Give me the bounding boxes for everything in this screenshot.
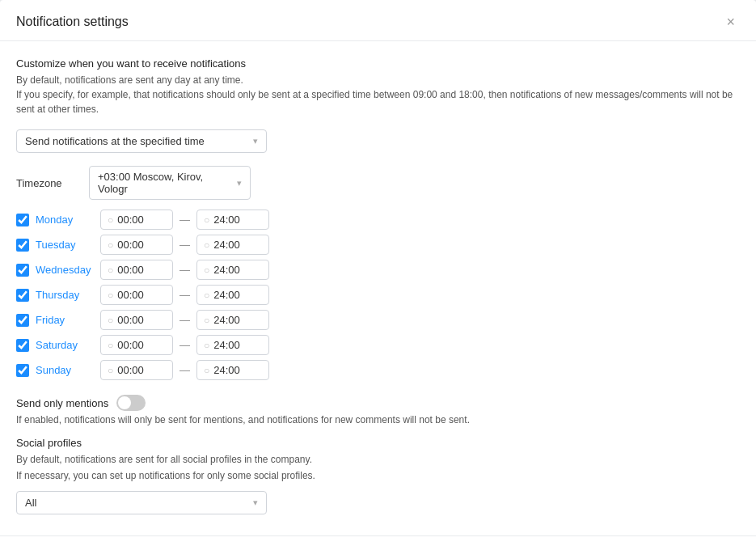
description-line1: By default, notifications are sent any d… bbox=[16, 73, 740, 87]
day-checkbox-sunday[interactable] bbox=[16, 364, 29, 377]
start-time-monday[interactable] bbox=[117, 214, 158, 226]
time-dash: — bbox=[176, 314, 193, 326]
time-dash: — bbox=[176, 239, 193, 251]
description-title: Customize when you want to receive notif… bbox=[16, 57, 740, 70]
day-row: Friday○—○ bbox=[16, 310, 740, 330]
day-label-monday: Monday bbox=[36, 214, 94, 226]
time-range: ○—○ bbox=[100, 360, 269, 380]
end-time-friday[interactable] bbox=[213, 314, 254, 326]
time-range: ○—○ bbox=[100, 235, 269, 255]
notify-mode-dropdown[interactable]: Send notifications at the specified time… bbox=[16, 129, 267, 153]
start-time-thursday[interactable] bbox=[117, 289, 158, 301]
time-range: ○—○ bbox=[100, 335, 269, 355]
chevron-down-icon: ▾ bbox=[253, 136, 258, 146]
modal-title: Notification settings bbox=[16, 15, 129, 29]
start-time-friday[interactable] bbox=[117, 314, 158, 326]
time-range: ○—○ bbox=[100, 260, 269, 280]
day-label-saturday: Saturday bbox=[36, 339, 94, 351]
clock-icon: ○ bbox=[204, 365, 209, 376]
start-time-saturday[interactable] bbox=[117, 339, 158, 351]
timezone-value: +03:00 Moscow, Kirov, Vologr bbox=[98, 171, 230, 195]
description-block: Customize when you want to receive notif… bbox=[16, 57, 740, 116]
end-time-sunday[interactable] bbox=[213, 364, 254, 376]
clock-icon: ○ bbox=[204, 340, 209, 351]
day-row: Wednesday○—○ bbox=[16, 260, 740, 280]
social-chevron-icon: ▾ bbox=[253, 497, 258, 508]
time-range: ○—○ bbox=[100, 285, 269, 305]
end-time-wednesday[interactable] bbox=[213, 264, 254, 276]
start-time-wednesday[interactable] bbox=[117, 264, 158, 276]
start-time-tuesday[interactable] bbox=[117, 239, 158, 251]
day-label-wednesday: Wednesday bbox=[36, 264, 94, 276]
end-time-thursday[interactable] bbox=[213, 289, 254, 301]
mentions-description: If enabled, notifications will only be s… bbox=[16, 414, 740, 425]
timezone-dropdown[interactable]: +03:00 Moscow, Kirov, Vologr ▾ bbox=[89, 166, 251, 200]
day-checkbox-monday[interactable] bbox=[16, 214, 29, 226]
clock-icon: ○ bbox=[204, 265, 209, 276]
clock-icon: ○ bbox=[204, 214, 209, 226]
day-label-tuesday: Tuesday bbox=[36, 239, 94, 251]
day-label-thursday: Thursday bbox=[36, 289, 94, 301]
day-row: Tuesday○—○ bbox=[16, 235, 740, 255]
time-dash: — bbox=[176, 214, 193, 226]
clock-icon: ○ bbox=[204, 315, 209, 326]
social-desc1: By default, notifications are sent for a… bbox=[16, 452, 740, 467]
clock-icon: ○ bbox=[108, 315, 113, 326]
day-row: Sunday○—○ bbox=[16, 360, 740, 380]
end-time-saturday[interactable] bbox=[213, 339, 254, 351]
modal-footer: Cancel Save bbox=[0, 535, 756, 546]
time-range: ○—○ bbox=[100, 210, 269, 230]
mentions-label: Send only mentions bbox=[16, 397, 108, 409]
time-dash: — bbox=[176, 264, 193, 276]
start-time-sunday[interactable] bbox=[117, 364, 158, 376]
day-row: Monday○—○ bbox=[16, 210, 740, 230]
time-dash: — bbox=[176, 364, 193, 376]
social-title: Social profiles bbox=[16, 437, 740, 449]
clock-icon: ○ bbox=[108, 214, 113, 226]
day-checkbox-wednesday[interactable] bbox=[16, 264, 29, 277]
timezone-label: Timezone bbox=[16, 177, 89, 189]
description-line2: If you specify, for example, that notifi… bbox=[16, 87, 740, 116]
time-dash: — bbox=[176, 339, 193, 351]
day-row: Thursday○—○ bbox=[16, 285, 740, 305]
time-dash: — bbox=[176, 289, 193, 301]
clock-icon: ○ bbox=[108, 290, 113, 301]
days-table: Monday○—○Tuesday○—○Wednesday○—○Thursday○… bbox=[16, 210, 740, 380]
end-time-tuesday[interactable] bbox=[213, 239, 254, 251]
clock-icon: ○ bbox=[108, 340, 113, 351]
timezone-row: Timezone +03:00 Moscow, Kirov, Vologr ▾ bbox=[16, 166, 740, 200]
mentions-row: Send only mentions bbox=[16, 395, 740, 411]
day-checkbox-tuesday[interactable] bbox=[16, 239, 29, 252]
end-time-monday[interactable] bbox=[213, 214, 254, 226]
modal-header: Notification settings × bbox=[0, 0, 756, 41]
day-checkbox-thursday[interactable] bbox=[16, 289, 29, 302]
timezone-chevron-icon: ▾ bbox=[237, 178, 242, 188]
clock-icon: ○ bbox=[108, 239, 113, 251]
day-checkbox-saturday[interactable] bbox=[16, 339, 29, 352]
clock-icon: ○ bbox=[204, 239, 209, 251]
social-profiles-dropdown[interactable]: All ▾ bbox=[16, 491, 267, 514]
close-button[interactable]: × bbox=[721, 13, 740, 31]
time-range: ○—○ bbox=[100, 310, 269, 330]
day-row: Saturday○—○ bbox=[16, 335, 740, 355]
social-profiles-value: All bbox=[25, 497, 36, 509]
modal-body: Customize when you want to receive notif… bbox=[0, 41, 756, 535]
mentions-toggle[interactable] bbox=[116, 395, 146, 411]
clock-icon: ○ bbox=[108, 365, 113, 376]
notify-mode-value: Send notifications at the specified time bbox=[25, 135, 205, 147]
day-label-sunday: Sunday bbox=[36, 364, 94, 376]
social-desc2: If necessary, you can set up notificatio… bbox=[16, 468, 740, 483]
clock-icon: ○ bbox=[204, 290, 209, 301]
clock-icon: ○ bbox=[108, 265, 113, 276]
day-label-friday: Friday bbox=[36, 314, 94, 326]
day-checkbox-friday[interactable] bbox=[16, 314, 29, 327]
notification-settings-modal: Notification settings × Customize when y… bbox=[0, 0, 756, 546]
